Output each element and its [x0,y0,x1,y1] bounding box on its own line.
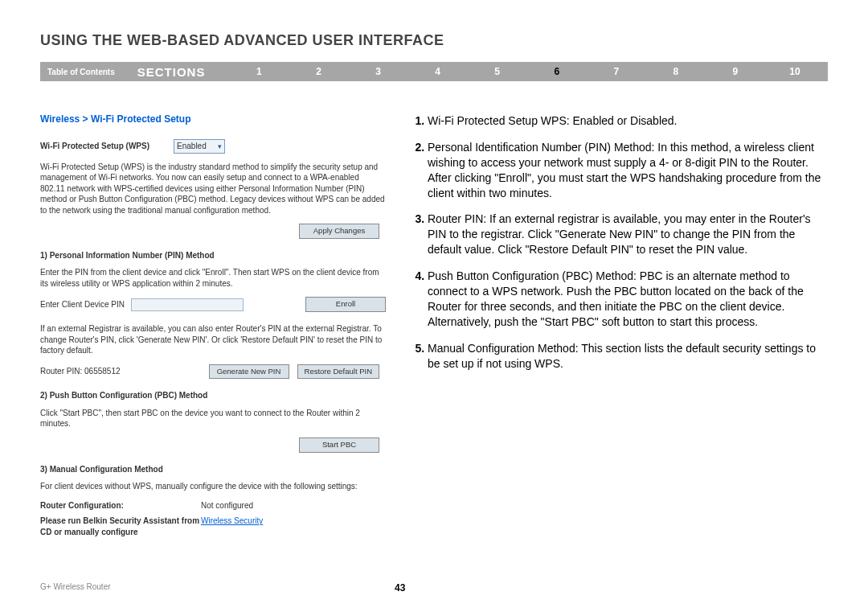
wps-intro: Wi-Fi Protected Setup (WPS) is the indus… [40,162,386,216]
wps-label: Wi-Fi Protected Setup (WPS) [40,141,149,152]
section-4[interactable]: 4 [408,66,468,77]
router-config-label: Router Configuration: [40,500,201,511]
manual-method-heading: 3) Manual Configuration Method [40,464,386,475]
registrar-desc: If an external Registrar is available, y… [40,323,386,356]
list-item: Router PIN: If an external registrar is … [428,212,828,257]
list-item: Manual Configuration Method: This sectio… [428,341,828,372]
sections-label: SECTIONS [129,65,230,79]
pbc-method-heading: 2) Push Button Configuration (PBC) Metho… [40,390,386,401]
chevron-down-icon: ▾ [218,142,222,151]
section-nav: Table of Contents SECTIONS 1 2 3 4 5 6 7… [40,62,828,81]
product-name: G+ Wireless Router [40,582,395,594]
section-2[interactable]: 2 [289,66,348,77]
pbc-method-desc: Click "Start PBC", then start PBC on the… [40,408,386,429]
footer: G+ Wireless Router 43 [40,582,828,594]
enroll-button[interactable]: Enroll [305,297,386,312]
section-5[interactable]: 5 [468,66,527,77]
section-8[interactable]: 8 [646,66,706,77]
wps-select-value: Enabled [177,141,207,152]
wps-panel: Wi-Fi Protected Setup (WPS) Enabled ▾ Wi… [40,139,386,537]
wps-select[interactable]: Enabled ▾ [174,139,225,154]
section-10[interactable]: 10 [765,66,825,77]
pin-method-desc: Enter the PIN from the client device and… [40,267,386,289]
list-item: Personal Identification Number (PIN) Met… [428,140,828,201]
start-pbc-button[interactable]: Start PBC [299,438,379,453]
client-pin-input[interactable] [131,298,244,311]
list-item: Wi-Fi Protected Setup WPS: Enabled or Di… [428,113,828,129]
section-7[interactable]: 7 [587,66,646,77]
section-3[interactable]: 3 [349,66,408,77]
breadcrumb: Wireless > Wi-Fi Protected Setup [40,113,386,125]
client-pin-label: Enter Client Device PIN [40,299,125,310]
pin-method-heading: 1) Personal Information Number (PIN) Met… [40,250,386,261]
list-item: Push Button Configuration (PBC) Method: … [428,269,828,330]
section-6[interactable]: 6 [527,66,587,77]
description-list: Wi-Fi Protected Setup WPS: Enabled or Di… [411,113,828,371]
manual-method-desc: For client devices without WPS, manually… [40,481,386,492]
router-pin-value: 06558512 [84,367,121,376]
section-9[interactable]: 9 [706,66,765,77]
router-config-value: Not configured [201,500,253,511]
section-1[interactable]: 1 [229,66,289,77]
apply-changes-button[interactable]: Apply Changes [299,224,379,239]
restore-pin-button[interactable]: Restore Default PIN [297,364,379,380]
toc-link[interactable]: Table of Contents [43,68,129,76]
page-title: USING THE WEB-BASED ADVANCED USER INTERF… [40,32,828,49]
wireless-security-link[interactable]: Wireless Security [201,516,263,537]
advice-label: Please run Belkin Security Assistant fro… [40,516,201,537]
generate-pin-button[interactable]: Generate New PIN [209,364,289,380]
page-number: 43 [395,582,405,594]
router-pin-label: Router PIN: 06558512 [40,366,169,377]
